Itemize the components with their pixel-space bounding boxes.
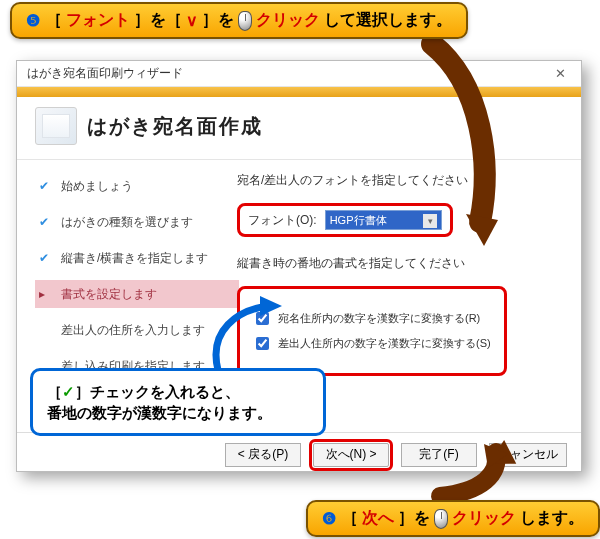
titlebar: はがき宛名面印刷ウィザード ✕: [17, 61, 581, 87]
callout-step-5: ❺ ［ フォント ］を［ ∨ ］を クリック して選択します。: [10, 2, 468, 39]
window-title: はがき宛名面印刷ウィザード: [27, 65, 183, 82]
header-title: はがき宛名面作成: [87, 113, 263, 140]
callout-step-6: ❻ ［ 次へ ］を クリック します。: [306, 500, 600, 537]
check-icon: ✔: [39, 215, 51, 229]
check-group-highlight: 宛名住所内の数字を漢数字に変換する(R) 差出人住所内の数字を漢数字に変換する(…: [237, 286, 507, 376]
font-caption: 宛名/差出人のフォントを指定してください: [237, 172, 559, 189]
check-icon: ✔: [39, 251, 51, 265]
checkbox-row-recipient[interactable]: 宛名住所内の数字を漢数字に変換する(R): [252, 309, 492, 328]
note-line-1: ［✓］チェックを入れると、: [47, 381, 309, 402]
button-bar: < 戻る(P) 次へ(N) > 完了(F) キャンセル: [17, 432, 581, 476]
font-row-highlight: フォント(O): HGP行書体 ▾: [237, 203, 453, 237]
step-label: 縦書き/横書きを指定します: [61, 250, 208, 267]
text-click: クリック: [256, 10, 320, 31]
chevron-down-icon[interactable]: ▾: [423, 214, 437, 228]
arrow-icon: ▸: [39, 287, 51, 301]
checkbox-label: 差出人住所内の数字を漢数字に変換する(S): [278, 336, 491, 351]
step-item-active[interactable]: ▸ 書式を設定します: [35, 280, 239, 308]
cancel-button[interactable]: キャンセル: [489, 443, 567, 467]
header: はがき宛名面作成: [17, 97, 581, 160]
step-item[interactable]: ✔ 縦書き/横書きを指定します: [35, 244, 231, 272]
back-button[interactable]: < 戻る(P): [225, 443, 301, 467]
checkbox-label: 宛名住所内の数字を漢数字に変換する(R): [278, 311, 480, 326]
text: します。: [520, 508, 584, 529]
check-icon: ✔: [39, 179, 51, 193]
font-dropdown[interactable]: HGP行書体 ▾: [325, 210, 442, 230]
finish-button[interactable]: 完了(F): [401, 443, 477, 467]
step-item[interactable]: ✔ はがきの種類を選びます: [35, 208, 231, 236]
step-label: 書式を設定します: [61, 286, 157, 303]
vertical-caption: 縦書き時の番地の書式を指定してください: [237, 255, 559, 272]
text-font: フォント: [66, 10, 130, 31]
callout-number: ❺: [26, 11, 40, 30]
step-label: 始めましょう: [61, 178, 133, 195]
text-next: 次へ: [362, 508, 394, 529]
step-label: はがきの種類を選びます: [61, 214, 193, 231]
checkbox-row-sender[interactable]: 差出人住所内の数字を漢数字に変換する(S): [252, 334, 492, 353]
text: ］を［: [134, 10, 182, 31]
text: ］チェックを入れると、: [75, 383, 240, 400]
text: ［: [47, 383, 62, 400]
note-line-2: 番地の数字が漢数字になります。: [47, 402, 309, 423]
step-item[interactable]: ✔ 差出人の住所を入力します: [35, 316, 231, 344]
text: ］を: [202, 10, 234, 31]
note-bubble: ［✓］チェックを入れると、 番地の数字が漢数字になります。: [30, 368, 326, 436]
mouse-icon: [434, 509, 448, 529]
text: ［: [342, 508, 358, 529]
next-button[interactable]: 次へ(N) >: [313, 443, 389, 467]
checkbox-recipient[interactable]: [256, 312, 269, 325]
text-click: クリック: [452, 508, 516, 529]
callout-number: ❻: [322, 509, 336, 528]
mouse-icon: [238, 11, 252, 31]
text-chevron: ∨: [186, 11, 198, 30]
postcard-icon: [35, 107, 77, 145]
check-icon: ✓: [62, 383, 75, 400]
close-button[interactable]: ✕: [545, 64, 575, 84]
checkbox-sender[interactable]: [256, 337, 269, 350]
step-item[interactable]: ✔ 始めましょう: [35, 172, 231, 200]
text: ］を: [398, 508, 430, 529]
header-band: [17, 87, 581, 97]
font-label: フォント(O):: [248, 212, 317, 229]
font-value: HGP行書体: [330, 213, 387, 228]
text: して選択します。: [324, 10, 452, 31]
step-label: 差出人の住所を入力します: [61, 322, 205, 339]
text: ［: [46, 10, 62, 31]
